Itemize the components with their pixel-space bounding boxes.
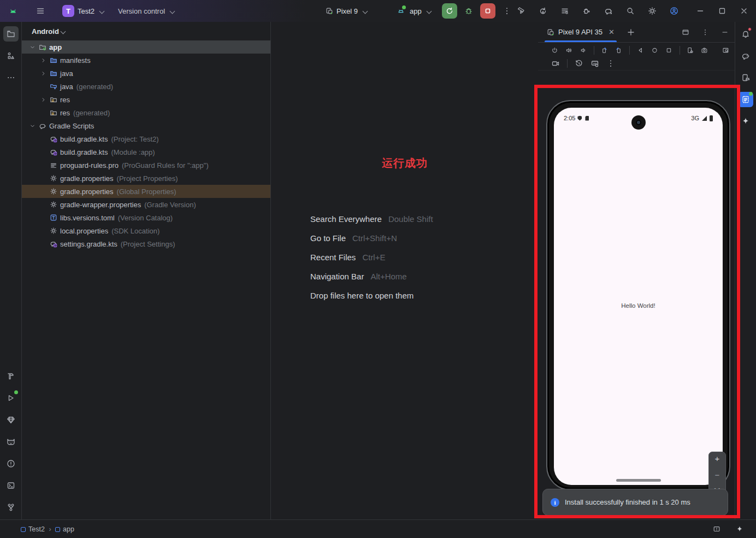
gradle-tool-button[interactable] <box>738 48 753 63</box>
stop-button[interactable] <box>480 3 495 19</box>
tree-item-build-gradle-kts[interactable]: build.gradle.kts(Module :app) <box>22 145 270 159</box>
new-device-tab-button[interactable] <box>621 24 641 40</box>
version-control-tool-button[interactable] <box>3 500 19 515</box>
profiler-icon[interactable] <box>599 3 618 19</box>
rotate-left-icon[interactable] <box>601 46 608 55</box>
gesture-navigation-handle[interactable] <box>616 479 661 482</box>
sync-project-button[interactable] <box>533 3 553 19</box>
tree-item-java[interactable]: java(generated) <box>22 80 270 93</box>
window-minimize-button[interactable] <box>690 3 710 19</box>
todo-list-icon[interactable] <box>555 3 575 19</box>
tab-label: Pixel 9 API 35 <box>558 28 603 36</box>
tree-item-res[interactable]: res(generated) <box>22 106 270 119</box>
chevron-right-icon[interactable] <box>38 97 48 103</box>
tab-pixel9-api35[interactable]: Pixel 9 API 35 ✕ <box>545 22 617 42</box>
chevron-right-icon[interactable] <box>38 57 48 63</box>
screen-reader-hint-icon[interactable] <box>707 521 727 537</box>
snapshot-reset-icon[interactable] <box>575 59 583 68</box>
tree-item-gradle-properties[interactable]: gradle.properties(Global Properties) <box>22 185 270 198</box>
screenshot-camera-icon[interactable] <box>701 46 708 55</box>
tree-item-gradle-scripts[interactable]: Gradle Scripts <box>22 119 270 132</box>
emulator-device-screen[interactable]: 2:05 3G Hello World! <box>554 108 723 485</box>
volume-up-icon[interactable] <box>565 46 572 55</box>
panel-layout-button[interactable] <box>676 24 695 40</box>
android-home-button-icon[interactable] <box>651 46 658 55</box>
user-avatar[interactable] <box>664 3 684 19</box>
gemini-sparkle-button[interactable] <box>738 114 753 129</box>
app-quality-insights-tool-button[interactable] <box>3 412 19 428</box>
main-menu-button[interactable] <box>31 3 50 19</box>
notifications-button[interactable] <box>738 26 753 42</box>
shortcut-hint-row: Navigation BarAlt+Home <box>310 272 433 281</box>
tree-item-proguard-rules-pro[interactable]: proguard-rules.pro(ProGuard Rules for ":… <box>22 159 270 172</box>
rotate-right-icon[interactable] <box>615 46 622 55</box>
tree-item-app[interactable]: app <box>22 40 270 54</box>
volume-down-icon[interactable] <box>580 46 587 55</box>
build-variants-icon[interactable] <box>511 3 531 19</box>
chevron-down-icon[interactable] <box>27 44 37 50</box>
logcat-tool-button[interactable] <box>3 434 19 449</box>
shortcut-keys: Ctrl+Shift+N <box>352 233 397 243</box>
tree-item-res[interactable]: res <box>22 93 270 106</box>
android-studio-logo <box>3 3 23 19</box>
tree-item-annotation: (ProGuard Rules for ":app") <box>122 161 209 169</box>
panel-hide-button[interactable] <box>715 24 735 40</box>
device-manager-tool-button[interactable] <box>738 70 753 85</box>
problems-tool-button[interactable] <box>3 456 19 471</box>
tree-item-label: manifests <box>60 56 91 65</box>
breadcrumb-project[interactable]: Test2 <box>28 525 45 533</box>
tree-item-java[interactable]: java <box>22 67 270 80</box>
run-tool-button[interactable] <box>3 390 19 406</box>
android-recents-button-icon[interactable] <box>665 46 672 55</box>
emulator-more-options-icon[interactable] <box>606 59 615 68</box>
tree-item-build-gradle-kts[interactable]: build.gradle.kts(Project: Test2) <box>22 132 270 145</box>
version-control-widget[interactable]: Version control <box>114 3 179 19</box>
emulator-toolbar <box>538 43 735 71</box>
tree-item-libs-versions-toml[interactable]: libs.versions.toml(Version Catalog) <box>22 211 270 224</box>
device-selector[interactable]: Pixel 9 <box>321 3 371 19</box>
more-tools-button[interactable] <box>3 70 19 85</box>
terminal-tool-button[interactable] <box>3 478 19 493</box>
window-close-button[interactable] <box>734 3 754 19</box>
structure-tool-button[interactable] <box>3 48 19 63</box>
tree-item-gradle-wrapper-properties[interactable]: gradle-wrapper.properties(Gradle Version… <box>22 198 270 211</box>
gradle-icon <box>37 122 48 130</box>
screen-record-icon[interactable] <box>551 59 560 68</box>
window-maximize-button[interactable] <box>712 3 732 19</box>
zoom-in-button[interactable]: + <box>715 454 720 463</box>
device-settings-icon[interactable] <box>687 46 694 55</box>
android-back-button-icon[interactable] <box>637 46 644 55</box>
breadcrumb[interactable]: Test2 › app <box>21 525 74 533</box>
chevron-down-icon[interactable] <box>27 123 37 129</box>
sparkle-status-icon[interactable] <box>730 521 749 537</box>
tab-close-icon[interactable]: ✕ <box>609 28 615 36</box>
tree-item-manifests[interactable]: manifests <box>22 54 270 67</box>
chevron-right-icon[interactable] <box>38 71 48 77</box>
install-toast: i Install successfully finished in 1 s 2… <box>542 489 728 516</box>
attach-debugger-icon[interactable] <box>577 3 596 19</box>
run-configuration-selector[interactable]: app <box>391 3 435 19</box>
rerun-button[interactable] <box>442 3 457 19</box>
zoom-out-button[interactable]: − <box>715 471 720 479</box>
project-tool-button[interactable] <box>3 26 19 42</box>
project-view-selector[interactable]: Android <box>22 22 270 40</box>
tree-item-settings-gradle-kts[interactable]: settings.gradle.kts(Project Settings) <box>22 237 270 250</box>
panel-options-button[interactable] <box>695 24 715 40</box>
debug-button[interactable] <box>459 3 479 19</box>
breadcrumb-module[interactable]: app <box>63 525 74 533</box>
tree-item-gradle-properties[interactable]: gradle.properties(Project Properties) <box>22 172 270 185</box>
tree-item-label: res <box>60 109 70 117</box>
version-control-label: Version control <box>118 7 165 15</box>
screen-zoom-icon[interactable] <box>722 46 729 55</box>
folder-icon <box>48 56 59 64</box>
search-everywhere-icon[interactable] <box>621 3 640 19</box>
paste-text-icon[interactable] <box>590 59 599 68</box>
running-devices-tool-button[interactable] <box>738 92 753 107</box>
settings-gear-icon[interactable] <box>642 3 662 19</box>
build-tool-button[interactable] <box>3 369 19 384</box>
left-tool-strip <box>0 22 22 519</box>
tree-item-local-properties[interactable]: local.properties(SDK Location) <box>22 224 270 237</box>
tree-item-label: build.gradle.kts <box>60 135 108 143</box>
power-button-icon[interactable] <box>551 46 558 55</box>
project-widget[interactable]: T Test2 <box>58 3 108 19</box>
